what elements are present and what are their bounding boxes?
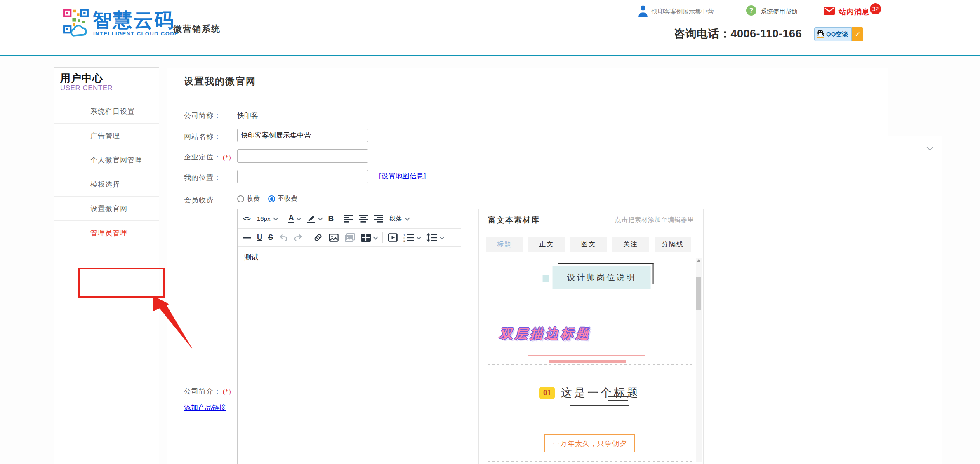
- material-tab[interactable]: 关注: [612, 237, 649, 252]
- toolbar-separator: [339, 213, 339, 225]
- site-name-input[interactable]: [237, 129, 368, 142]
- image-icon: [329, 234, 339, 242]
- positioning-label: 企业定位：(*): [184, 152, 231, 162]
- qq-verified-icon: ✓: [852, 27, 863, 41]
- account-name[interactable]: 快印客案例展示集中营: [652, 8, 714, 16]
- sidebar-item[interactable]: 管理员管理: [54, 221, 159, 245]
- horizontal-rule-icon: [243, 234, 251, 241]
- member-fee-label: 会员收费：: [184, 195, 221, 205]
- sidebar-item[interactable]: 个人微官网管理: [54, 148, 159, 172]
- scroll-up-arrow-icon[interactable]: [697, 259, 701, 262]
- material-header: 富文本素材库 点击把素材添加至编辑器里: [479, 209, 703, 231]
- highlight-icon: [306, 214, 316, 223]
- images-button[interactable]: [342, 229, 358, 246]
- sidebar-item[interactable]: 广告管理: [54, 124, 159, 148]
- sidebar-item-label: 广告管理: [90, 131, 120, 141]
- bold-button[interactable]: B: [325, 209, 337, 228]
- toolbar-separator: [283, 213, 283, 225]
- title-divider: [184, 95, 872, 95]
- qq-chat-label: QQ交谈: [826, 30, 848, 38]
- paragraph-button[interactable]: 段落: [386, 209, 412, 228]
- mail-icon[interactable]: [824, 7, 835, 17]
- ordered-list-button[interactable]: 123: [400, 229, 424, 246]
- bold-icon: B: [328, 214, 334, 223]
- material-item-stroke-title[interactable]: 双层描边标题: [488, 312, 692, 365]
- material-tab-active[interactable]: 标题: [486, 237, 523, 252]
- numbered-title-sample: 这是一个标题: [561, 385, 640, 400]
- positioning-input[interactable]: [237, 149, 368, 163]
- material-item-boxed-title[interactable]: 设计师岗位说明: [488, 256, 692, 312]
- radio-checked-icon[interactable]: [268, 195, 275, 202]
- image-button[interactable]: [326, 229, 342, 246]
- highlight-button[interactable]: [304, 209, 325, 228]
- material-scrollbar[interactable]: [696, 258, 702, 462]
- sidebar-item-label: 模板选择: [90, 180, 120, 189]
- material-item-quote-box[interactable]: 一万年太久，只争朝夕: [488, 416, 692, 462]
- material-tab[interactable]: 图文: [570, 237, 607, 252]
- company-short-label: 公司简称：: [184, 111, 221, 120]
- toolbar-separator: [382, 232, 383, 243]
- company-intro-label: 公司简介：(*): [184, 387, 231, 396]
- add-product-link[interactable]: 添加产品链接: [184, 403, 226, 412]
- fee-option-label: 收费: [247, 195, 260, 203]
- align-center-button[interactable]: [356, 209, 371, 228]
- help-link[interactable]: 系统使用帮助: [761, 8, 798, 16]
- blank-icon: [54, 99, 78, 123]
- strikethrough-icon: S: [268, 233, 273, 242]
- align-left-icon: [344, 215, 353, 223]
- sidebar-item[interactable]: 模板选择: [54, 172, 159, 197]
- strikethrough-button[interactable]: S: [265, 229, 276, 246]
- link-button[interactable]: [310, 229, 326, 246]
- horizontal-rule-button[interactable]: [240, 229, 254, 246]
- editor-toolbar-row1: <>16pxAB段落: [238, 209, 461, 229]
- code-button[interactable]: <>: [240, 209, 253, 228]
- fee-radio-option[interactable]: 不收费: [268, 195, 297, 203]
- scrollbar-thumb[interactable]: [696, 277, 701, 310]
- align-right-button[interactable]: [371, 209, 386, 228]
- material-item-list: 设计师岗位说明 双层描边标题 01 这是一个标题 一万年太久，只争朝夕: [479, 256, 695, 464]
- table-button[interactable]: [358, 229, 380, 246]
- undo-button[interactable]: [276, 229, 291, 246]
- stroke-title-underline-long: [528, 355, 645, 356]
- material-tab[interactable]: 正文: [528, 237, 565, 252]
- main-panel: 设置我的微官网 公司简称： 快印客 网站名称： 企业定位：(*) 我的位置： […: [167, 68, 888, 464]
- align-left-button[interactable]: [341, 209, 356, 228]
- logo-title: 智慧云码: [92, 7, 175, 33]
- redo-icon: [294, 234, 303, 241]
- material-item-numbered-title[interactable]: 01 这是一个标题: [488, 365, 692, 416]
- sidebar-item[interactable]: 系统栏目设置: [54, 99, 159, 124]
- font-size-label: 16px: [257, 215, 271, 222]
- required-mark: (*): [223, 388, 231, 395]
- qq-chat-button[interactable]: QQ交谈 ✓: [814, 27, 863, 41]
- editor-content[interactable]: 测试: [238, 247, 461, 268]
- boxed-title-sample: 设计师岗位说明: [553, 266, 651, 289]
- media-icon: [388, 233, 398, 242]
- font-size-button[interactable]: 16px: [253, 209, 281, 228]
- radio-unchecked-icon[interactable]: [237, 195, 244, 202]
- media-button[interactable]: [385, 229, 400, 246]
- location-input[interactable]: [237, 170, 368, 183]
- align-right-icon: [374, 215, 383, 223]
- images-icon: [344, 233, 355, 242]
- line-height-button[interactable]: [424, 229, 447, 246]
- text-color-icon: A: [288, 214, 294, 223]
- phone-label: 咨询电话：: [674, 28, 731, 40]
- numbered-title-underline: [570, 405, 629, 406]
- location-label: 我的位置：: [184, 173, 221, 183]
- set-map-link[interactable]: [设置地图信息]: [379, 171, 426, 181]
- stroke-title-underline-short: [549, 360, 626, 363]
- redo-button[interactable]: [291, 229, 306, 246]
- fee-radio-option[interactable]: 收费: [237, 195, 260, 203]
- numbered-title-accent-line: [608, 396, 628, 397]
- undo-icon: [279, 234, 288, 241]
- caret-down-icon: [439, 234, 445, 240]
- numbered-title-accent-line: [608, 400, 628, 401]
- text-color-button[interactable]: A: [285, 209, 304, 228]
- sidebar-item-label: 个人微官网管理: [90, 155, 142, 165]
- underline-button[interactable]: U: [254, 229, 265, 246]
- help-icon[interactable]: ?: [746, 5, 756, 16]
- sidebar-subtitle: USER CENTER: [60, 84, 159, 92]
- material-tab[interactable]: 分隔线: [655, 237, 691, 252]
- site-messages-link[interactable]: 站内消息: [839, 7, 870, 17]
- sidebar-item-highlighted[interactable]: 设置微官网: [54, 197, 159, 221]
